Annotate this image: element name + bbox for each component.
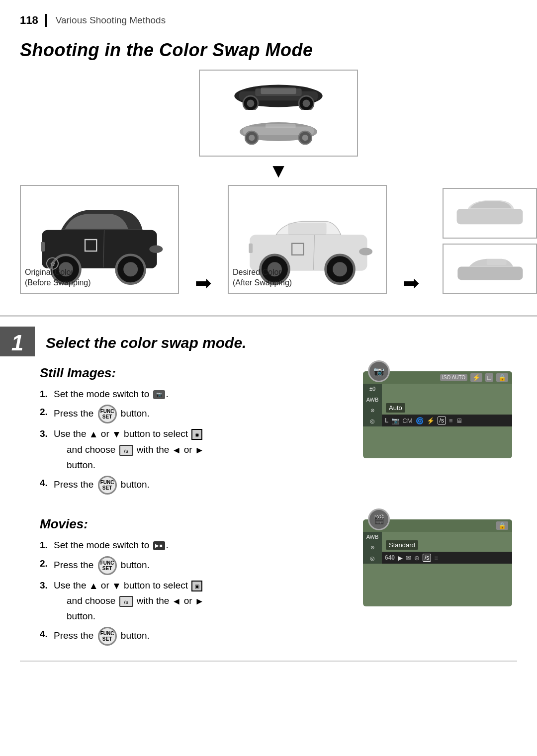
desired-color-label: Desired Color (After Swapping)	[233, 267, 292, 288]
still-step-2: 2. Press the FUNCSET button.	[40, 405, 348, 423]
svg-text:✿: ✿	[50, 261, 55, 267]
still-images-section: Still Images: 1. Set the mode switch to …	[40, 356, 517, 498]
down-arrow-icon-2: ▼	[112, 580, 121, 590]
movie-main-area: Standard 640 ▶ ✉ ⊕ /s ≡	[382, 532, 512, 564]
car-black-sedan-icon	[229, 82, 328, 110]
still-auto-label: Auto	[386, 403, 405, 413]
still-bottom-bar: L 📷 CM 🌀 ⚡ /s ≡ 🖥	[382, 415, 512, 426]
svg-rect-41	[457, 267, 523, 280]
sidebar-flash: ⊘	[370, 408, 374, 413]
still-step-3: 3. Use the ▲ or ▼ button to select ◉ and…	[40, 426, 348, 473]
movie-icon-1: ▶	[398, 554, 403, 562]
step-title: Select the color swap mode.	[35, 327, 246, 353]
bottom-divider	[20, 661, 517, 662]
original-color-label: Original Color (Before Swapping)	[25, 267, 91, 288]
arrow-right-icon-2: ➡	[403, 271, 420, 294]
step-1-section: 1 Select the color swap mode. Still Imag…	[0, 315, 537, 649]
down-arrow-icon: ▼	[112, 429, 121, 439]
desired-car-box: Desired Color (After Swapping)	[228, 185, 387, 294]
still-cam-body: ±0 AWB ⊘ ◎ Auto	[363, 384, 512, 426]
frame-icon: □	[485, 373, 493, 382]
still-images-steps: 1. Set the mode switch to 📷. 2. Press th…	[40, 387, 348, 495]
result-cars-column	[443, 188, 537, 294]
result-car-1-box	[443, 188, 537, 239]
still-images-title: Still Images:	[40, 365, 348, 381]
sidebar-wb-movie: AWB	[366, 534, 379, 540]
svg-point-24	[149, 246, 163, 253]
sidebar-color-movie: ◎	[370, 555, 375, 562]
movies-section: Movies: 1. Set the mode switch to ▶■. 2.…	[40, 507, 517, 649]
svg-point-33	[359, 248, 372, 255]
func-set-button-1[interactable]: FUNCSET	[98, 405, 117, 423]
svg-point-11	[249, 135, 255, 141]
iso-icon: ISO AUTO	[440, 374, 467, 381]
movie-colorswap-icon: /s	[423, 554, 431, 562]
svg-rect-34	[249, 244, 253, 253]
result-car-sedan-icon	[450, 198, 530, 229]
step-1-header: 1 Select the color swap mode.	[0, 317, 537, 356]
svg-rect-25	[41, 242, 45, 252]
movie-step-3: 3. Use the ▲ or ▼ button to select ▣ and…	[40, 578, 348, 624]
arrow-down-icon: ▼	[199, 160, 358, 182]
color-swap-icon-still: /s	[119, 445, 133, 456]
svg-rect-42	[487, 259, 507, 265]
svg-rect-36	[457, 209, 523, 224]
movie-camera-ui: 🎬 🔒 AWB ⊘ ◎	[363, 507, 517, 606]
result-car-convertible-icon	[450, 253, 530, 284]
movie-icon-3: ⊕	[414, 554, 420, 562]
still-images-text: Still Images: 1. Set the mode switch to …	[40, 356, 348, 498]
movies-text: Movies: 1. Set the mode switch to ▶■. 2.…	[40, 507, 348, 649]
size-640: 640	[385, 554, 395, 561]
movie-mode-icon: ▶■	[153, 541, 165, 550]
page-header: 118 Various Shooting Methods	[0, 0, 537, 32]
illustration-area: ▼	[0, 70, 537, 306]
movie-camera-body-icon: 🎬	[368, 508, 390, 530]
lock-icon-movie: 🔒	[496, 521, 508, 530]
movie-bottom-bar: 640 ▶ ✉ ⊕ /s ≡	[382, 552, 512, 564]
step-number: 1	[0, 327, 35, 356]
sidebar-wb: AWB	[366, 397, 379, 403]
color-region-icon: ◉	[191, 429, 202, 440]
still-camera-screen: ISO AUTO ⚡ □ 🔒 ±0 AWB ⊘	[363, 371, 512, 458]
left-arrow-icon-1: ◄	[172, 444, 181, 455]
svg-point-13	[302, 135, 308, 141]
section-title: Various Shooting Methods	[56, 15, 166, 26]
movie-cam-body: AWB ⊘ ◎ Standard 6	[363, 532, 512, 564]
left-arrow-icon-2: ◄	[172, 595, 181, 606]
up-arrow-icon-2: ▲	[89, 580, 98, 590]
cam-icon-cm: CM	[402, 417, 412, 424]
lock-icon-still: 🔒	[496, 373, 508, 382]
still-mode-icon: 📷	[153, 390, 165, 399]
sidebar-color: ◎	[370, 418, 375, 424]
movie-step-2: 2. Press the FUNCSET button.	[40, 556, 348, 575]
svg-point-3	[247, 99, 255, 107]
still-step-1: 1. Set the mode switch to 📷.	[40, 387, 348, 402]
still-camera-body-icon: 📷	[368, 360, 390, 382]
right-arrow-icon-1: ►	[195, 444, 204, 455]
page-number: 118	[20, 14, 47, 27]
func-set-button-2[interactable]: FUNCSET	[98, 476, 117, 495]
cam-icon-colorswap: /s	[438, 417, 446, 424]
svg-rect-14	[266, 124, 296, 128]
still-camera-ui: 📷 ISO AUTO ⚡ □ 🔒	[363, 356, 517, 458]
car-convertible-gray-icon	[234, 119, 323, 145]
func-set-button-4[interactable]: FUNCSET	[98, 627, 117, 646]
cam-icon-motion: 🌀	[416, 417, 424, 424]
size-l: L	[385, 417, 388, 424]
cam-icon-flash2: ⚡	[427, 417, 435, 424]
movies-title: Movies:	[40, 516, 348, 532]
movie-step-1: 1. Set the mode switch to ▶■.	[40, 538, 348, 553]
right-arrow-icon-2: ►	[195, 595, 204, 606]
movie-step-4: 4. Press the FUNCSET button.	[40, 627, 348, 646]
cam-icon-still: 📷	[391, 417, 399, 424]
color-swap-icon-movie: /s	[119, 596, 133, 607]
up-arrow-icon: ▲	[89, 429, 98, 439]
movie-standard-label: Standard	[386, 540, 418, 550]
still-main-area: Auto L 📷 CM 🌀 ⚡ /s ≡	[382, 384, 512, 426]
sidebar-ev: ±0	[369, 386, 375, 392]
result-car-2-box	[443, 244, 537, 294]
movie-icon-2: ✉	[406, 554, 411, 562]
still-left-sidebar: ±0 AWB ⊘ ◎	[363, 384, 382, 426]
svg-point-19	[123, 262, 138, 276]
func-set-button-3[interactable]: FUNCSET	[98, 556, 117, 575]
